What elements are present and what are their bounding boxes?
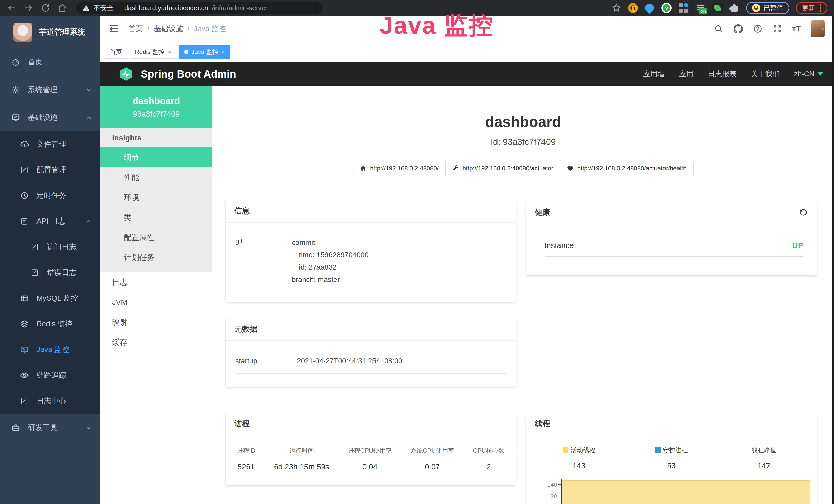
sba-item-jvm[interactable]: JVM (100, 292, 213, 312)
fullscreen-icon[interactable] (773, 24, 782, 33)
clock-icon (20, 191, 29, 200)
table-row[interactable]: Instance UP (545, 241, 804, 257)
extension-green-icon[interactable]: v (661, 3, 672, 13)
bookmark-star-icon[interactable] (612, 3, 621, 13)
sba-item-metrics[interactable]: 性能 (100, 167, 213, 187)
spring-boot-admin-logo (119, 67, 134, 82)
sidebar-item-label: 文件管理 (37, 139, 66, 150)
extension-pin-icon[interactable] (644, 3, 655, 13)
sidebar-item-label: 日志中心 (37, 396, 66, 406)
sba-item-mappings[interactable]: 映射 (100, 312, 213, 332)
tab-redis[interactable]: Redis 监控 × (130, 45, 176, 59)
sba-nav-applications[interactable]: 应用 (679, 69, 694, 79)
breadcrumb-infra[interactable]: 基础设施 (154, 24, 183, 33)
reload-icon[interactable] (41, 3, 50, 13)
process-column: CPU核心数 2 (473, 446, 504, 471)
sba-item-config-props[interactable]: 配置属性 (100, 228, 213, 248)
monitor-icon (20, 345, 29, 354)
sidebar-item-label: Redis 监控 (37, 319, 72, 329)
tab-home[interactable]: 首页 (105, 45, 127, 59)
hamburger-icon[interactable] (109, 24, 119, 34)
sidebar-item-infra[interactable]: 基础设施 (0, 104, 100, 132)
info-card: 信息 git commit: time: 1596289704000 id: 2… (225, 200, 516, 302)
legend-label: 活动线程 (571, 446, 595, 454)
back-icon[interactable] (7, 3, 17, 13)
extension-leaf-icon[interactable] (712, 3, 723, 13)
sidebar-item-error-log[interactable]: 错误日志 (0, 260, 100, 285)
sba-item-scheduled-tasks[interactable]: 计划任务 (100, 248, 213, 268)
user-menu[interactable] (811, 20, 825, 38)
info-line: id: 27aa832 (292, 261, 369, 273)
sba-language-select[interactable]: zh-CN (794, 70, 823, 78)
breadcrumb-home[interactable]: 首页 (128, 24, 143, 33)
sidebar-item-file[interactable]: 文件管理 (0, 132, 100, 157)
address-bar[interactable]: 不安全 dashboard.yudao.iocoder.cn/infra/adm… (76, 2, 323, 14)
sba-item-environment[interactable]: 环境 (100, 187, 213, 207)
sba-nav-wallboard[interactable]: 应用墙 (643, 69, 665, 79)
endpoint-home-button[interactable]: http://192.168.0.2:48080/ (353, 161, 446, 176)
paused-pill[interactable]: 已暂停 (746, 2, 789, 14)
info-key: git (235, 236, 292, 286)
text-size-icon[interactable]: тT (792, 24, 800, 33)
sidebar-item-redis[interactable]: Redis 监控 (0, 311, 100, 337)
info-value: commit: time: 1596289704000 id: 27aa832 … (292, 236, 369, 286)
sidebar-item-job[interactable]: 定时任务 (0, 183, 100, 208)
search-icon[interactable] (714, 24, 723, 33)
tab-java[interactable]: Java 监控 × (179, 45, 230, 59)
sidebar-item-trace[interactable]: 链路追踪 (0, 363, 100, 388)
github-icon[interactable] (733, 24, 743, 33)
browser-menu-icon[interactable] (820, 4, 821, 12)
process-column: 进程ID 5261 (237, 446, 255, 471)
sba-item-caches[interactable]: 缓存 (100, 332, 213, 352)
sba-instance-header[interactable]: dashboard 93a3fc7f7409 (100, 86, 213, 129)
app-logo-row[interactable]: 芋道管理系统 (0, 16, 100, 48)
info-card-title: 信息 (225, 200, 516, 223)
help-icon[interactable] (753, 24, 762, 33)
window-scrollbar[interactable] (832, 16, 834, 504)
close-icon[interactable]: × (168, 48, 171, 55)
metadata-key: startup (235, 357, 297, 365)
sba-nav-about[interactable]: 关于我们 (751, 69, 780, 79)
forward-icon[interactable] (24, 3, 34, 13)
health-instance-label: Instance (545, 241, 574, 250)
sba-item-classes[interactable]: 类 (100, 207, 213, 228)
eye-icon (20, 371, 29, 380)
history-icon[interactable] (799, 208, 808, 217)
chevron-up-icon (85, 218, 92, 225)
sidebar-item-devtools[interactable]: 研发工具 (0, 414, 100, 442)
column-header: 系统CPU使用率 (411, 446, 454, 455)
sidebar-item-label: MySQL 监控 (37, 293, 78, 303)
column-value: 0.07 (411, 462, 454, 471)
close-icon[interactable]: × (221, 48, 225, 55)
extension-list-icon[interactable]: on (695, 3, 706, 13)
legend-value: 147 (718, 461, 810, 470)
breadcrumb-separator: / (188, 25, 190, 33)
sidebar-item-system[interactable]: 系统管理 (0, 76, 100, 104)
emoji-face-icon (752, 4, 760, 12)
sidebar-item-access-log[interactable]: 访问日志 (0, 234, 100, 260)
endpoint-actuator-button[interactable]: http://192.168.0.2:48080/actuator (445, 161, 561, 176)
annotation-text: Java 监控 (380, 9, 494, 42)
sba-item-details[interactable]: 细节 (100, 147, 213, 167)
home-icon[interactable] (58, 3, 67, 13)
extension-grid-icon[interactable] (678, 3, 688, 13)
document-edit-icon (30, 268, 39, 277)
page-title: dashboard (213, 113, 834, 130)
update-button[interactable]: 更新 (796, 2, 827, 14)
threads-card-body: 活动线程 143 守护进程 53 线程峰值 147 (526, 435, 817, 504)
sba-item-logs[interactable]: 日志 (100, 272, 213, 292)
sidebar-item-mysql[interactable]: MySQL 监控 (0, 285, 100, 311)
app-logo (13, 23, 32, 42)
column-header: 进程CPU使用率 (348, 446, 392, 455)
sidebar-item-home[interactable]: 首页 (0, 48, 100, 76)
sba-nav-journal[interactable]: 日志报表 (708, 69, 737, 79)
sidebar-item-config[interactable]: 配置管理 (0, 157, 100, 183)
sidebar-item-log-center[interactable]: 日志中心 (0, 388, 100, 414)
extensions-puzzle-icon[interactable] (729, 3, 740, 13)
sidebar-item-java[interactable]: Java 监控 (0, 337, 100, 363)
extension-orange-icon[interactable]: 1 (628, 3, 638, 13)
endpoint-health-button[interactable]: http://192.168.0.2:48080/actuator/health (560, 161, 694, 176)
monitor-icon (11, 113, 20, 122)
app-sidebar: 芋道管理系统 首页 系统管理 基础设施 文件管理 配置管理 定时任务 API 日… (0, 16, 100, 504)
sidebar-item-api-log[interactable]: API 日志 (0, 208, 100, 234)
